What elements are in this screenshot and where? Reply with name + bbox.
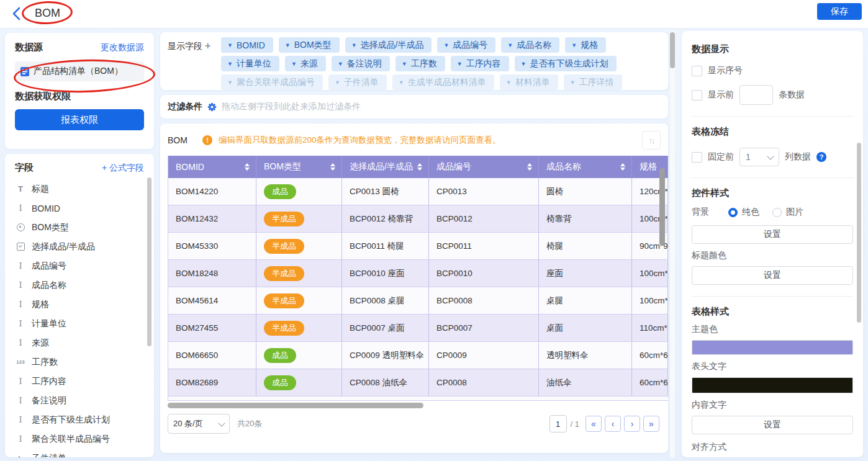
display-field-chip[interactable]: ▼规格	[565, 37, 606, 53]
fields-scrollbar[interactable]	[147, 177, 151, 346]
table-horizontal-scrollbar[interactable]	[168, 403, 668, 408]
display-field-chip[interactable]: ▼工序内容	[451, 56, 509, 71]
display-field-chip-disabled[interactable]: ▼聚合关联半成品编号	[221, 74, 323, 90]
field-item[interactable]: I计量单位	[15, 314, 144, 333]
text-icon: I	[15, 319, 26, 328]
data-display-heading: 数据显示	[692, 43, 853, 55]
previous-page-button[interactable]: ‹	[605, 416, 621, 432]
background-set-button[interactable]: 设置	[692, 225, 853, 244]
row-count-input[interactable]	[739, 85, 773, 105]
next-page-button[interactable]: ›	[624, 416, 640, 432]
settings-scrollbar[interactable]	[857, 143, 861, 323]
change-datasource-link[interactable]: 更改数据源	[101, 42, 144, 53]
chevron-down-icon: ▼	[506, 79, 512, 86]
field-label: 规格	[32, 299, 49, 310]
fix-count-select[interactable]: 1	[739, 148, 779, 166]
sort-icon[interactable]	[620, 163, 625, 171]
field-item[interactable]: 123工序数	[15, 352, 144, 372]
background-label: 背景	[692, 207, 724, 218]
header-text-color-swatch[interactable]	[692, 377, 853, 393]
last-page-button[interactable]: »	[643, 416, 659, 432]
display-field-chip[interactable]: ▼是否有下级生成计划	[515, 56, 617, 71]
field-item[interactable]: IBOMID	[15, 199, 144, 218]
current-page-input[interactable]: 1	[549, 415, 567, 432]
scrollbar-thumb[interactable]	[168, 403, 423, 408]
help-icon[interactable]: ?	[816, 152, 826, 162]
title-color-set-button[interactable]: 设置	[692, 266, 853, 285]
middle-scrollbar-track[interactable]	[670, 31, 675, 458]
solid-color-radio[interactable]	[728, 208, 738, 217]
show-index-checkbox[interactable]	[692, 66, 702, 76]
chip-label: 生成半成品材料清单	[408, 77, 486, 88]
field-item[interactable]: I规格	[15, 295, 144, 314]
column-header[interactable]: 选择成品/半成品	[342, 156, 429, 178]
column-header[interactable]: 成品名称	[539, 156, 632, 178]
image-radio[interactable]	[772, 208, 782, 217]
file-icon	[20, 67, 29, 76]
chip-label: 子件清单	[344, 77, 379, 88]
report-permission-button[interactable]: 报表权限	[15, 109, 144, 130]
sort-icon[interactable]	[330, 163, 335, 171]
field-item[interactable]: I成品编号	[15, 256, 144, 275]
cell-select-product: CP0009 透明塑料伞	[342, 342, 429, 369]
header-text-label: 表头文字	[692, 361, 853, 372]
field-item[interactable]: I聚合关联半成品编号	[15, 429, 144, 449]
field-item[interactable]: BOM类型	[15, 218, 144, 237]
datasource-item[interactable]: 产品结构清单（BOM）	[15, 61, 144, 81]
display-field-chip-disabled[interactable]: ▼生成半成品材料清单	[392, 74, 494, 90]
save-button[interactable]: 保存	[817, 3, 862, 20]
add-field-button[interactable]: +	[205, 40, 210, 51]
table-row: BOM14220 成品 CP0013 圆椅 CP0013 圆椅 120cm*	[168, 178, 668, 205]
first-page-button[interactable]: «	[585, 416, 602, 432]
add-formula-field-link[interactable]: + 公式字段	[102, 163, 144, 174]
display-field-chip-disabled[interactable]: ▼材料清单	[500, 74, 558, 90]
field-item[interactable]: 选择成品/半成品	[15, 237, 144, 256]
page-size-select[interactable]: 20 条/页	[168, 414, 230, 434]
display-field-chip[interactable]: ▼选择成品/半成品	[345, 37, 432, 53]
display-field-chip-disabled[interactable]: ▼工序详情	[564, 74, 622, 90]
field-item[interactable]: T标题	[15, 179, 144, 199]
display-field-chip[interactable]: ▼成品编号	[437, 37, 495, 53]
field-item[interactable]: I工序内容	[15, 372, 144, 391]
cell-bomid: BOM45614	[168, 287, 256, 314]
table-vertical-scrollbar[interactable]	[659, 168, 665, 246]
column-header[interactable]: 成品编号	[429, 156, 539, 178]
display-field-chip[interactable]: ▼来源	[285, 56, 326, 71]
field-item[interactable]: I备注说明	[15, 391, 144, 410]
text-icon: I	[15, 280, 26, 290]
display-field-chip[interactable]: ▼BOM类型	[279, 37, 340, 53]
field-item[interactable]: I成品名称	[15, 275, 144, 295]
field-item[interactable]: I来源	[15, 333, 144, 352]
radio-icon	[15, 223, 26, 231]
display-field-chip[interactable]: ▼BOMID	[221, 37, 273, 53]
sort-icon[interactable]	[245, 163, 250, 171]
display-field-chip[interactable]: ▼备注说明	[332, 56, 390, 71]
cell-product-name: 油纸伞	[539, 369, 632, 396]
theme-color-swatch[interactable]	[692, 340, 853, 355]
column-header[interactable]: BOM类型	[256, 156, 342, 178]
display-field-chip[interactable]: ▼计量单位	[221, 56, 279, 71]
display-field-chip[interactable]: ▼工序数	[396, 56, 445, 71]
back-button[interactable]	[10, 6, 25, 22]
column-header[interactable]: BOMID	[168, 156, 256, 178]
field-item[interactable]: 子件清单	[15, 449, 144, 457]
table-style-heading: 表格样式	[692, 306, 853, 318]
display-field-chip-disabled[interactable]: ▼子件清单	[328, 74, 387, 90]
display-fields-panel: 显示字段+ ▼BOMID ▼BOM类型 ▼选择成品/半成品 ▼成品编号 ▼成品名…	[160, 32, 668, 90]
fix-columns-checkbox[interactable]	[692, 152, 702, 163]
warning-icon: !	[202, 135, 212, 145]
content-text-set-button[interactable]: 设置	[692, 416, 853, 434]
cell-product-name: 桌腿	[539, 287, 632, 314]
display-field-chip[interactable]: ▼成品名称	[501, 37, 559, 53]
show-first-checkbox[interactable]	[692, 90, 702, 101]
sort-order-button[interactable]: ↑↓	[642, 131, 661, 150]
page-title: BOM	[35, 7, 60, 20]
sort-icon[interactable]	[527, 163, 532, 171]
title-icon: T	[15, 184, 26, 194]
sort-icon[interactable]	[417, 163, 422, 171]
field-item[interactable]: I是否有下级生成计划	[15, 410, 144, 429]
filter-panel[interactable]: 过滤条件 拖动左侧字段到此处来添加过滤条件	[160, 95, 668, 119]
data-table: BOMID BOM类型 选择成品/半成品 成品编号 成品名称 规格 BOM142…	[168, 156, 668, 401]
middle-scrollbar-thumb[interactable]	[670, 32, 675, 68]
gear-icon[interactable]	[207, 102, 217, 112]
